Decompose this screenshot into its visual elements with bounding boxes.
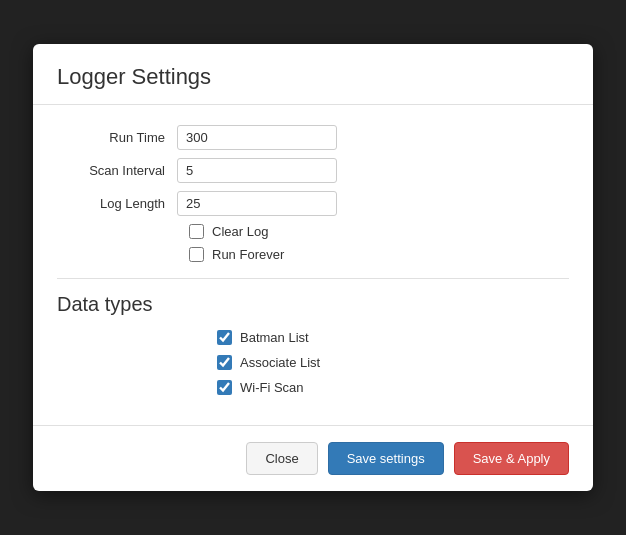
- clear-log-row: Clear Log: [189, 224, 569, 239]
- run-time-input[interactable]: [177, 125, 337, 150]
- list-item: Batman List: [217, 330, 569, 345]
- clear-log-checkbox-label: Clear Log: [212, 224, 268, 239]
- run-time-row: Run Time: [57, 125, 569, 150]
- batman-list-checkbox[interactable]: [217, 330, 232, 345]
- logger-settings-dialog: Logger Settings Run Time Scan Interval L…: [33, 44, 593, 491]
- close-button[interactable]: Close: [246, 442, 317, 475]
- run-forever-checkbox-label: Run Forever: [212, 247, 284, 262]
- form-section: Run Time Scan Interval Log Length Clear …: [57, 125, 569, 262]
- dialog-footer: Close Save settings Save & Apply: [33, 425, 593, 491]
- wifi-scan-checkbox[interactable]: [217, 380, 232, 395]
- associate-list-label: Associate List: [240, 355, 320, 370]
- section-divider: [57, 278, 569, 279]
- log-length-label: Log Length: [57, 196, 177, 211]
- data-types-heading: Data types: [57, 293, 569, 316]
- list-item: Wi-Fi Scan: [217, 380, 569, 395]
- log-length-input[interactable]: [177, 191, 337, 216]
- scan-interval-input[interactable]: [177, 158, 337, 183]
- list-item: Associate List: [217, 355, 569, 370]
- wifi-scan-label: Wi-Fi Scan: [240, 380, 304, 395]
- run-time-label: Run Time: [57, 130, 177, 145]
- data-types-list: Batman List Associate List Wi-Fi Scan: [217, 330, 569, 395]
- scan-interval-row: Scan Interval: [57, 158, 569, 183]
- dialog-header: Logger Settings: [33, 44, 593, 105]
- associate-list-checkbox[interactable]: [217, 355, 232, 370]
- scan-interval-label: Scan Interval: [57, 163, 177, 178]
- run-forever-checkbox[interactable]: [189, 247, 204, 262]
- batman-list-label: Batman List: [240, 330, 309, 345]
- save-settings-button[interactable]: Save settings: [328, 442, 444, 475]
- dialog-title: Logger Settings: [57, 64, 569, 90]
- run-forever-row: Run Forever: [189, 247, 569, 262]
- dialog-body: Run Time Scan Interval Log Length Clear …: [33, 105, 593, 425]
- log-length-row: Log Length: [57, 191, 569, 216]
- save-apply-button[interactable]: Save & Apply: [454, 442, 569, 475]
- clear-log-checkbox[interactable]: [189, 224, 204, 239]
